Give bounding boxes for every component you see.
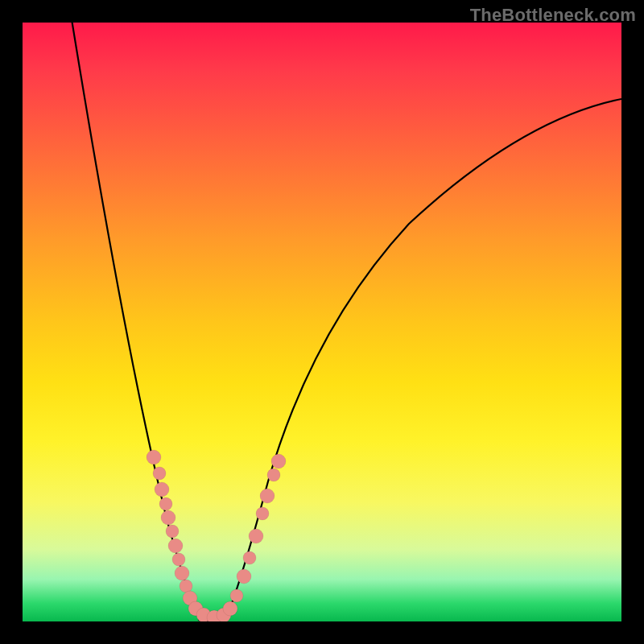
svg-point-19 [249, 529, 263, 543]
svg-point-23 [271, 454, 286, 469]
svg-point-7 [172, 553, 185, 566]
svg-point-3 [159, 497, 172, 510]
svg-point-1 [153, 467, 166, 480]
plot-area [23, 23, 621, 621]
svg-point-8 [175, 566, 189, 580]
watermark-text: TheBottleneck.com [470, 5, 636, 26]
svg-point-22 [267, 469, 280, 481]
curve-right [225, 99, 621, 620]
svg-point-15 [223, 601, 237, 616]
svg-point-6 [168, 539, 183, 553]
curve-left [71, 23, 201, 621]
curve-layer [23, 23, 621, 621]
svg-point-5 [166, 525, 179, 538]
svg-point-16 [230, 589, 243, 602]
data-dots [147, 450, 286, 621]
svg-point-17 [237, 569, 251, 584]
svg-point-2 [155, 482, 169, 497]
svg-point-9 [180, 580, 192, 592]
svg-point-0 [147, 450, 161, 464]
svg-point-21 [260, 489, 275, 503]
svg-point-18 [243, 551, 256, 564]
chart-frame: TheBottleneck.com [0, 0, 644, 644]
svg-point-4 [161, 510, 175, 525]
svg-point-20 [256, 507, 269, 520]
